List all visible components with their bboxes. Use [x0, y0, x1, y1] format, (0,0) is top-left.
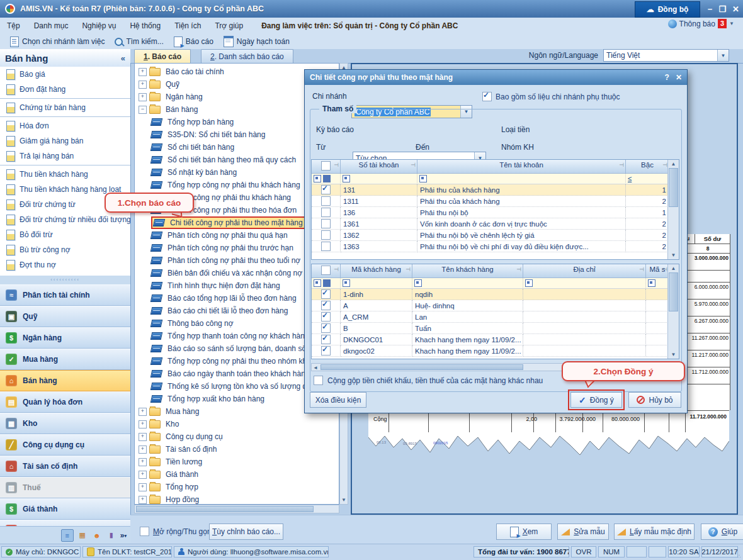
sidebar-item[interactable]: Chứng từ bán hàng: [0, 100, 130, 115]
scroll-down-icon[interactable]: ▼: [668, 350, 679, 359]
view-button[interactable]: Xem: [496, 524, 552, 540]
customer-row-check[interactable]: [312, 345, 341, 357]
tree-item[interactable]: +Công cụ dụng cụ: [135, 430, 339, 443]
row-checkbox[interactable]: [321, 219, 331, 228]
scroll-up-icon[interactable]: ▲: [668, 264, 679, 272]
row-checkbox[interactable]: [321, 323, 331, 333]
sidebar-item[interactable]: Đối trừ chứng từ nhiều đối tượng: [0, 212, 130, 227]
column-header[interactable]: Tên tài khoản⊣: [417, 160, 626, 174]
expand-icon[interactable]: +: [139, 445, 147, 454]
customer-row-check[interactable]: [312, 334, 341, 345]
sidebar-item[interactable]: Thu tiền khách hàng: [0, 167, 130, 182]
include-dependent-checkbox[interactable]: [482, 92, 492, 101]
sidebar-splitter[interactable]: ‹‹‹‹‹‹‹‹‹‹: [0, 276, 130, 284]
row-checkbox[interactable]: [321, 196, 331, 206]
edit-template-button[interactable]: Sửa mẫu: [557, 524, 609, 540]
close-button[interactable]: ✕: [732, 4, 739, 14]
filter-cell[interactable]: ≤: [626, 174, 669, 184]
tab-danh-sach-bao-cao[interactable]: 2. Danh sách báo cáo: [201, 49, 293, 63]
tab-bao-cao[interactable]: 1. Báo cáo: [134, 49, 191, 63]
expand-icon[interactable]: +: [139, 458, 147, 466]
module-chart-monitor[interactable]: ≈ Phân tích tài chính: [0, 284, 130, 306]
scroll-down-icon[interactable]: ▼: [668, 251, 679, 259]
column-header[interactable]: Tên khách hàng⊣: [412, 264, 523, 278]
toolbar-search[interactable]: Tìm kiếm...: [115, 37, 163, 46]
minimize-button[interactable]: −: [708, 4, 713, 14]
collapse-icon[interactable]: −: [139, 106, 147, 114]
sidebar-item[interactable]: Hóa đơn: [0, 118, 130, 133]
account-row-check[interactable]: [312, 230, 341, 241]
tree-item[interactable]: +Tổng hợp: [135, 481, 339, 493]
tree-item[interactable]: +Hợp đồng: [135, 493, 339, 505]
account-row-check[interactable]: [312, 207, 341, 218]
module-cost-tag[interactable]: $ Giá thành: [0, 498, 130, 520]
row-checkbox[interactable]: [321, 161, 331, 171]
sidebar-item[interactable]: Đơn đặt hàng: [0, 82, 130, 97]
column-header[interactable]: Bậc⊣: [626, 160, 669, 174]
maximize-button[interactable]: ❒: [718, 4, 726, 14]
column-header[interactable]: ⊣: [312, 160, 341, 174]
expand-icon[interactable]: +: [139, 433, 147, 441]
account-row-check[interactable]: [312, 241, 341, 252]
include-dependent-toggle[interactable]: Bao gồm số liệu chi nhánh phụ thuộc: [482, 92, 620, 101]
grid-vertical-scrollbar[interactable]: ▲ ▼: [667, 264, 679, 359]
module-storefront[interactable]: ⌂ Bán hàng: [0, 370, 130, 391]
account-row-check[interactable]: [312, 196, 341, 207]
merge-discount-toggle[interactable]: Cộng gộp tiền chiết khấu, tiền thuế của …: [314, 376, 543, 385]
customize-report-button[interactable]: Tùy chỉnh báo cáo...: [209, 524, 283, 540]
tree-item[interactable]: +Kho: [135, 418, 339, 430]
tree-horizontal-scrollbar[interactable]: [134, 505, 339, 513]
scroll-thumb[interactable]: [136, 506, 314, 512]
scroll-left-icon[interactable]: ◄: [313, 364, 318, 372]
row-checkbox[interactable]: [321, 266, 331, 275]
expand-icon[interactable]: +: [139, 483, 147, 491]
grid-vertical-scrollbar[interactable]: ▲ ▼: [667, 160, 679, 259]
expand-icon[interactable]: +: [139, 408, 147, 416]
module-purchase-basket[interactable]: ✓ Mua hàng: [0, 349, 130, 370]
module-warehouse[interactable]: ▦ Kho: [0, 413, 130, 434]
default-template-button[interactable]: Lấy mẫu mặc định: [614, 524, 695, 540]
sidebar-item[interactable]: Trả lại hàng bán: [0, 148, 130, 164]
expand-icon[interactable]: +: [139, 471, 147, 479]
help-button[interactable]: ?Giúp: [701, 524, 743, 540]
column-header[interactable]: Địa chỉ⊣: [523, 264, 646, 278]
contacts-icon[interactable]: ☻: [91, 530, 103, 541]
customer-row-check[interactable]: [312, 311, 341, 323]
row-checkbox[interactable]: [321, 312, 331, 322]
row-checkbox[interactable]: [321, 335, 331, 344]
scroll-thumb[interactable]: [320, 364, 523, 370]
sync-button[interactable]: ☁ Đồng bộ: [635, 1, 700, 18]
language-select[interactable]: Tiếng Việt ▼: [603, 49, 729, 62]
dialog-close-button[interactable]: ✕: [676, 73, 682, 82]
column-header[interactable]: ⊣: [312, 264, 341, 278]
merge-discount-checkbox[interactable]: [314, 376, 323, 385]
filter-cell[interactable]: [523, 278, 646, 289]
column-header[interactable]: Số tài khoản⊣: [341, 160, 417, 174]
account-row-check[interactable]: [312, 184, 341, 196]
filter-cell[interactable]: [646, 278, 669, 289]
tree-item[interactable]: +Tiền lương: [135, 456, 339, 468]
row-checkbox[interactable]: [321, 346, 331, 356]
collapse-sidebar-icon[interactable]: «: [121, 53, 125, 63]
module-bank[interactable]: $ Ngân hàng: [0, 327, 130, 349]
expand-collapse-toggle[interactable]: Mở rộng/Thu gọn: [140, 527, 212, 536]
expand-icon[interactable]: +: [139, 496, 147, 504]
sidebar-item[interactable]: Báo giá: [0, 67, 130, 82]
presentation-icon[interactable]: ▦: [77, 530, 88, 541]
sidebar-item[interactable]: Bỏ đối trừ: [0, 227, 130, 242]
module-invoice-folder[interactable]: ▤ Quản lý hóa đơn: [0, 391, 130, 413]
scroll-down-icon[interactable]: ▼: [340, 496, 348, 504]
module-safe[interactable]: ▣ Quỹ: [0, 306, 130, 327]
filter-cell[interactable]: [341, 278, 412, 289]
row-checkbox[interactable]: [321, 208, 331, 217]
menu-item-3[interactable]: Hệ thống: [123, 21, 167, 30]
sidebar-item[interactable]: Bù trừ công nợ: [0, 242, 130, 257]
toolbar-branch-doc[interactable]: Chọn chi nhánh làm việc: [10, 36, 105, 47]
list-icon[interactable]: ≡: [61, 529, 74, 542]
scroll-up-icon[interactable]: ▲: [668, 160, 679, 168]
clear-conditions-button[interactable]: Xóa điều kiện: [310, 392, 366, 408]
menu-item-4[interactable]: Tiện ích: [167, 21, 208, 30]
filter-cell[interactable]: [417, 174, 626, 184]
expand-icon[interactable]: +: [139, 420, 147, 428]
module-tools[interactable]: ╱ Công cụ dụng cụ: [0, 434, 130, 456]
